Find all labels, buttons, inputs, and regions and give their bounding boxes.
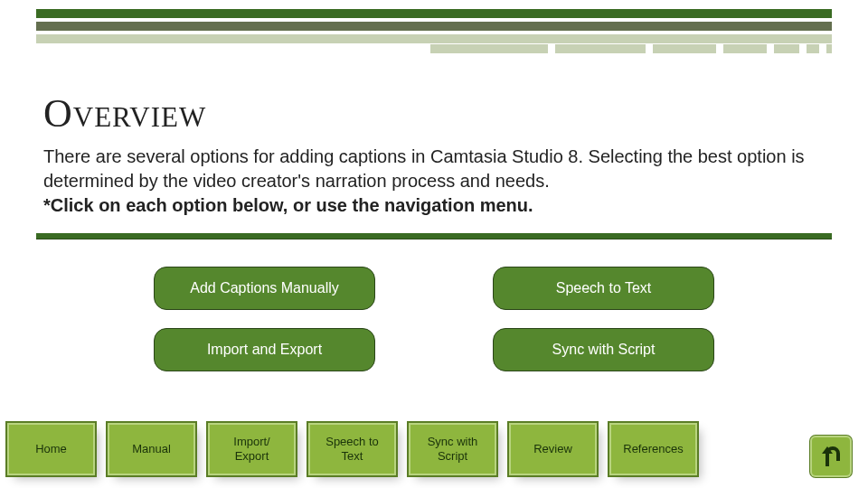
nav-review[interactable]: Review: [511, 425, 595, 474]
options-grid: Add Captions Manually Speech to Text Imp…: [0, 267, 868, 371]
decor-bar-dark: [36, 9, 832, 18]
page-title: Overview: [43, 90, 206, 136]
nav-home[interactable]: Home: [9, 425, 93, 474]
option-import-export[interactable]: Import and Export: [154, 328, 375, 371]
body-text: There are several options for adding cap…: [43, 145, 825, 218]
nav-import-export[interactable]: Import/ Export: [210, 425, 294, 474]
decor-bar-mid: [36, 22, 832, 31]
u-turn-up-icon: [817, 443, 844, 470]
decor-bar-light: [36, 34, 832, 43]
body-instruction: *Click on each option below, or use the …: [43, 195, 533, 215]
option-add-captions-manually[interactable]: Add Captions Manually: [154, 267, 375, 310]
option-speech-to-text[interactable]: Speech to Text: [493, 267, 714, 310]
divider: [36, 233, 832, 239]
nav-manual[interactable]: Manual: [109, 425, 193, 474]
option-sync-with-script[interactable]: Sync with Script: [493, 328, 714, 371]
nav-sync-with-script[interactable]: Sync with Script: [410, 425, 495, 474]
return-icon[interactable]: [812, 437, 850, 475]
bottom-nav: Home Manual Import/ Export Speech to Tex…: [9, 425, 695, 474]
body-paragraph: There are several options for adding cap…: [43, 146, 805, 191]
decor-ticks-light: [430, 44, 832, 53]
nav-references[interactable]: References: [611, 425, 695, 474]
nav-speech-to-text[interactable]: Speech to Text: [310, 425, 394, 474]
